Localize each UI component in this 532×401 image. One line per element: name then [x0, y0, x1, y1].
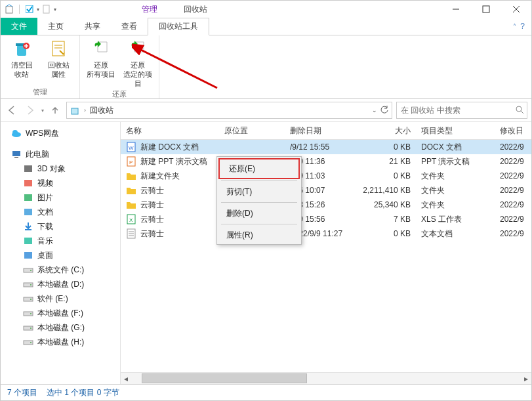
column-headers[interactable]: 名称 原位置 删除日期 大小 项目类型 修改日	[121, 122, 531, 140]
file-row-1[interactable]: P新建 PPT 演示文稿 /9/9 11:36 21 KB PPT 演示文稿 2…	[121, 154, 531, 169]
refresh-icon[interactable]	[380, 105, 389, 116]
file-name: 新建 PPT 演示文稿	[140, 156, 207, 167]
ctx-cut[interactable]: 剪切(T)	[217, 182, 301, 201]
tab-view[interactable]: 查看	[111, 18, 148, 35]
navigation-pane[interactable]: WPS网盘 此电脑3D 对象视频图片文档下载音乐桌面系统文件 (C:)本地磁盘 …	[1, 122, 121, 384]
nav-item-0[interactable]: 3D 对象	[1, 161, 120, 176]
nav-item-10[interactable]: 本地磁盘 (F:)	[1, 306, 120, 320]
file-row-2[interactable]: 新建文件夹 /9/9 11:03 0 KB 文件夹 2022/9	[121, 169, 531, 183]
nav-item-12[interactable]: 本地磁盘 (H:)	[1, 335, 120, 349]
nav-item-2[interactable]: 图片	[1, 190, 120, 205]
status-count: 7 个项目	[7, 387, 37, 398]
ctx-properties[interactable]: 属性(R)	[217, 226, 301, 244]
file-list[interactable]: W新建 DOCX 文档 /9/12 15:55 0 KB DOCX 文档 202…	[121, 140, 531, 372]
file-row-0[interactable]: W新建 DOCX 文档 /9/12 15:55 0 KB DOCX 文档 202…	[121, 140, 531, 154]
bin-properties-button[interactable]: 回收站 属性	[43, 38, 74, 86]
restore-all-button[interactable]: 还原 所有项目	[85, 38, 117, 88]
nav-item-3[interactable]: 文档	[1, 205, 120, 219]
minimize-button[interactable]	[441, 1, 471, 18]
file-size: 21 KB	[357, 157, 416, 166]
recycle-bin-small-icon	[70, 105, 80, 116]
horizontal-scrollbar[interactable]: ◂ ▸	[121, 372, 531, 384]
breadcrumb-chevron-icon[interactable]: ›	[84, 107, 86, 114]
status-selection: 选中 1 个项目 0 字节	[47, 387, 119, 398]
svg-rect-22	[24, 180, 32, 186]
tab-share[interactable]: 共享	[74, 18, 111, 35]
file-date-modified: 2022/9	[495, 215, 531, 224]
drive-icon	[23, 293, 33, 304]
file-type: DOCX 文档	[416, 142, 495, 153]
nav-this-pc[interactable]: 此电脑	[1, 147, 120, 161]
svg-rect-2	[43, 5, 49, 13]
file-row-3[interactable]: 云骑士 /9/6 10:07 2,211,410 KB 文件夹 2022/9	[121, 183, 531, 198]
qat-tail-dropdown-icon[interactable]: ▾	[54, 7, 56, 12]
file-type: 文本文档	[416, 228, 495, 240]
help-icon[interactable]: ?	[520, 22, 525, 31]
col-original-location[interactable]: 原位置	[219, 125, 285, 137]
ribbon-collapse-icon[interactable]: ˄	[513, 23, 516, 30]
annotation-arrow	[132, 42, 224, 95]
col-item-type[interactable]: 项目类型	[416, 125, 495, 137]
ppt-icon: P	[126, 156, 136, 167]
scroll-right-icon[interactable]: ▸	[521, 373, 531, 383]
address-dropdown-icon[interactable]: ⌄	[372, 107, 377, 114]
breadcrumb-location[interactable]: 回收站	[90, 105, 113, 116]
scroll-left-icon[interactable]: ◂	[121, 373, 131, 383]
nav-back-button[interactable]	[5, 103, 19, 117]
file-type: 文件夹	[416, 185, 495, 196]
svg-rect-27	[24, 252, 32, 259]
nav-item-4[interactable]: 下载	[1, 219, 120, 234]
tab-file[interactable]: 文件	[1, 18, 37, 35]
ctx-restore[interactable]: 还原(E)	[218, 158, 300, 179]
svg-text:X: X	[129, 217, 133, 223]
qat-new-doc-icon[interactable]	[41, 3, 52, 15]
file-row-6[interactable]: 云骑士 C:\Users\Ad... 2022/9/9 11:27 0 KB 文…	[121, 226, 531, 241]
col-name[interactable]: 名称	[121, 125, 219, 137]
nav-forward-button[interactable]	[23, 103, 37, 117]
tab-recycle-tools-label: 回收站工具	[159, 21, 198, 32]
tab-home[interactable]: 主页	[37, 18, 74, 35]
file-row-5[interactable]: X云骑士 /9/9 15:56 7 KB XLS 工作表 2022/9	[121, 212, 531, 226]
nav-up-button[interactable]	[48, 103, 62, 117]
search-input[interactable]	[399, 105, 515, 116]
empty-recycle-bin-button[interactable]: 清空回 收站	[6, 38, 37, 86]
tab-recycle-tools[interactable]: 回收站工具	[148, 18, 209, 35]
ctx-delete[interactable]: 删除(D)	[217, 204, 301, 222]
nav-wps[interactable]: WPS网盘	[1, 126, 120, 140]
file-name: 云骑士	[140, 185, 164, 196]
file-size: 25,340 KB	[357, 200, 416, 209]
file-size: 0 KB	[357, 171, 416, 180]
svg-rect-23	[24, 194, 32, 201]
search-icon[interactable]	[515, 105, 524, 116]
nav-item-5[interactable]: 音乐	[1, 234, 120, 248]
col-size[interactable]: 大小	[357, 125, 416, 137]
scroll-thumb[interactable]	[142, 373, 307, 383]
file-date-modified: 2022/9	[495, 171, 531, 180]
qat-dropdown-icon[interactable]: ▾	[37, 7, 39, 12]
ctx-delete-label: 删除(D)	[226, 208, 253, 219]
music-icon	[23, 236, 33, 246]
nav-item-11[interactable]: 本地磁盘 (G:)	[1, 320, 120, 335]
ctx-separator	[221, 224, 297, 224]
maximize-button[interactable]	[471, 1, 501, 18]
status-bar: 7 个项目 选中 1 个项目 0 字节	[1, 384, 531, 400]
nav-item-9[interactable]: 软件 (E:)	[1, 291, 120, 306]
nav-item-1[interactable]: 视频	[1, 176, 120, 190]
svg-rect-20	[14, 157, 18, 158]
address-bar[interactable]: › 回收站 ⌄	[66, 102, 392, 119]
close-button[interactable]	[501, 1, 531, 18]
nav-item-8[interactable]: 本地磁盘 (D:)	[1, 277, 120, 291]
nav-item-7[interactable]: 系统文件 (C:)	[1, 263, 120, 277]
col-date-deleted[interactable]: 删除日期	[285, 125, 357, 137]
nav-item-6[interactable]: 桌面	[1, 248, 120, 263]
cloud-icon	[11, 128, 22, 138]
qat-checkbox-icon[interactable]	[24, 3, 35, 15]
search-box[interactable]	[396, 102, 527, 119]
nav-history-dropdown[interactable]: ▾	[41, 108, 44, 114]
file-row-4[interactable]: 云骑士 /9/8 15:26 25,340 KB 文件夹 2022/9	[121, 198, 531, 212]
file-name: 云骑士	[140, 200, 164, 211]
col-date-modified[interactable]: 修改日	[495, 125, 531, 137]
file-date-modified: 2022/9	[495, 200, 531, 209]
drive-icon	[23, 279, 33, 289]
empty-bin-icon	[11, 38, 32, 59]
